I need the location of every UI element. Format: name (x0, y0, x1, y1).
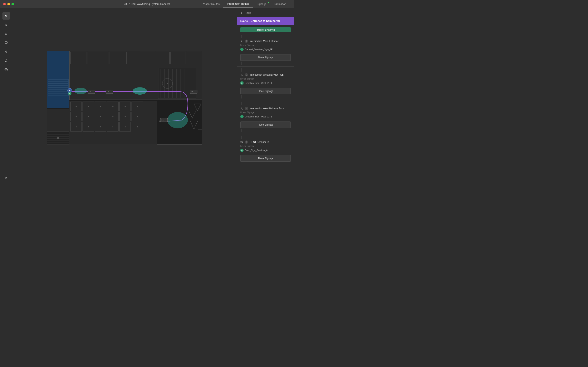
place-signage-button-3[interactable]: Place Signage (240, 122, 291, 128)
linked-signage-label-2: Linked Signage (240, 78, 291, 80)
signage-badge-4: 4 Door_Sign_Seminar_01 (240, 149, 269, 152)
connector-line-4b (242, 136, 242, 139)
intersection-icon-3 (240, 107, 243, 110)
svg-line-120 (241, 108, 242, 109)
intersection-icon-1 (240, 40, 243, 43)
svg-point-39 (167, 83, 168, 84)
svg-point-74 (76, 126, 77, 127)
intersection-header-4: 4 DEST Seminar 01 (240, 141, 291, 144)
svg-rect-123 (242, 141, 243, 142)
svg-point-68 (137, 116, 138, 117)
svg-rect-28 (158, 68, 196, 99)
pan-tool[interactable] (2, 21, 10, 29)
svg-point-65 (100, 116, 101, 117)
placement-analysis-button[interactable]: Placement Analysis (240, 27, 291, 32)
svg-point-10 (6, 59, 6, 60)
svg-text:↕: ↕ (159, 120, 160, 122)
divider-1 (237, 67, 294, 67)
svg-point-76 (100, 126, 101, 127)
main-layout: 1F (0, 8, 294, 184)
signage-badge-3: 3 Direction_Sign_West_02_1F (240, 115, 273, 118)
app-title: 2307 Oodi Wayfinding System Concept (124, 2, 170, 6)
connector-line-1 (242, 35, 242, 38)
tab-information-routes[interactable]: Information Routes (223, 0, 253, 8)
connector-line-4 (242, 129, 242, 132)
floor-plan: ⑂ 2 ⑂ 3 ⑂ 4 ⑂ 1 B 1 ↕ (47, 51, 202, 145)
dest-icon-4 (240, 141, 243, 143)
back-label: Back (245, 11, 251, 15)
right-panel: Back Route – Entrance to Seminar 01 Plac… (237, 8, 294, 184)
intersection-name-3: Intersection West Hallway Back (250, 107, 284, 110)
minimize-button[interactable] (7, 3, 10, 5)
svg-line-115 (242, 41, 242, 42)
svg-rect-125 (242, 142, 243, 143)
layer-stack[interactable] (2, 167, 10, 175)
tab-signage[interactable]: Signage (253, 0, 270, 8)
zoom-tool[interactable] (2, 30, 10, 38)
svg-line-117 (241, 75, 242, 76)
svg-point-56 (137, 106, 138, 107)
close-button[interactable] (3, 3, 6, 5)
svg-point-96 (133, 87, 147, 95)
intersection-item-1: 1 Intersection Main Entrance Linked Sign… (237, 38, 294, 54)
svg-line-118 (242, 75, 242, 76)
svg-line-2 (7, 34, 7, 35)
intersection-header-3: 3 Intersection West Hallway Back (240, 107, 291, 110)
intersection-number-3: 3 (245, 107, 248, 110)
svg-point-11 (5, 62, 6, 62)
traffic-lights (3, 3, 14, 5)
back-button[interactable]: Back (237, 8, 294, 17)
intersection-item-4: 4 DEST Seminar 01 Linked Signage 4 Door_… (237, 139, 294, 155)
divider-2 (237, 100, 294, 100)
select-tool[interactable] (2, 12, 10, 20)
signage-name-2: Direction_Sign_West_01_1F (245, 82, 273, 84)
signage-dot (268, 2, 269, 3)
svg-point-67 (125, 116, 126, 117)
route-header: Route – Entrance to Seminar 01 (237, 17, 294, 25)
svg-line-114 (241, 41, 242, 42)
svg-text:⑂ 4: ⑂ 4 (89, 91, 91, 93)
signage-name-1: General_Direction_Sign_1F (245, 48, 273, 50)
place-signage-button-1[interactable]: Place Signage (240, 54, 291, 61)
svg-point-87 (57, 137, 59, 139)
intersection-name-4: DEST Seminar 01 (250, 141, 269, 143)
svg-point-52 (88, 106, 89, 107)
intersection-header-1: 1 Intersection Main Entrance (240, 40, 291, 43)
intersection-name-1: Intersection Main Entrance (250, 40, 279, 43)
svg-text:⑂ 2: ⑂ 2 (191, 91, 193, 93)
linked-signage-label-4: Linked Signage (240, 145, 291, 147)
tab-simulation[interactable]: Simulation (270, 0, 290, 8)
intersection-number-2: 2 (245, 73, 248, 76)
intersection-item-3: 3 Intersection West Hallway Back Linked … (237, 105, 294, 122)
intersection-item-2: 2 Intersection West Hallway Front Linked… (237, 72, 294, 88)
nav-tabs: Visitor Routes Information Routes Signag… (199, 0, 294, 8)
signage-num-3: 3 (240, 115, 243, 118)
intersection-name-2: Intersection West Hallway Front (250, 73, 284, 76)
svg-point-54 (112, 106, 113, 107)
place-signage-button-2[interactable]: Place Signage (240, 88, 291, 94)
connector-line-2b (242, 68, 242, 72)
tab-visitor-routes[interactable]: Visitor Routes (199, 0, 223, 8)
divider-3 (237, 134, 294, 134)
map-area[interactable]: ⑂ 2 ⑂ 3 ⑂ 4 ⑂ 1 B 1 ↕ (12, 8, 237, 184)
svg-rect-122 (241, 141, 242, 142)
signage-name-4: Door_Sign_Seminar_01 (245, 149, 269, 151)
signage-num-2: 2 (240, 81, 243, 85)
add-tool[interactable] (2, 66, 10, 73)
svg-point-12 (7, 62, 7, 62)
svg-text:⑂ 3: ⑂ 3 (107, 91, 109, 93)
pin-tool[interactable] (2, 48, 10, 55)
signage-num-4: 4 (240, 149, 243, 152)
svg-point-79 (137, 126, 138, 127)
signage-num-1: 1 (240, 48, 243, 51)
linked-signage-label-1: Linked Signage (240, 44, 291, 46)
svg-point-53 (100, 106, 101, 107)
left-toolbar: 1F (0, 8, 12, 184)
maximize-button[interactable] (11, 3, 14, 5)
comment-tool[interactable] (2, 39, 10, 47)
place-signage-button-4[interactable]: Place Signage (240, 155, 291, 162)
fork-tool[interactable] (2, 57, 10, 64)
svg-point-66 (112, 116, 113, 117)
svg-point-6 (6, 51, 7, 52)
svg-rect-124 (241, 142, 242, 143)
